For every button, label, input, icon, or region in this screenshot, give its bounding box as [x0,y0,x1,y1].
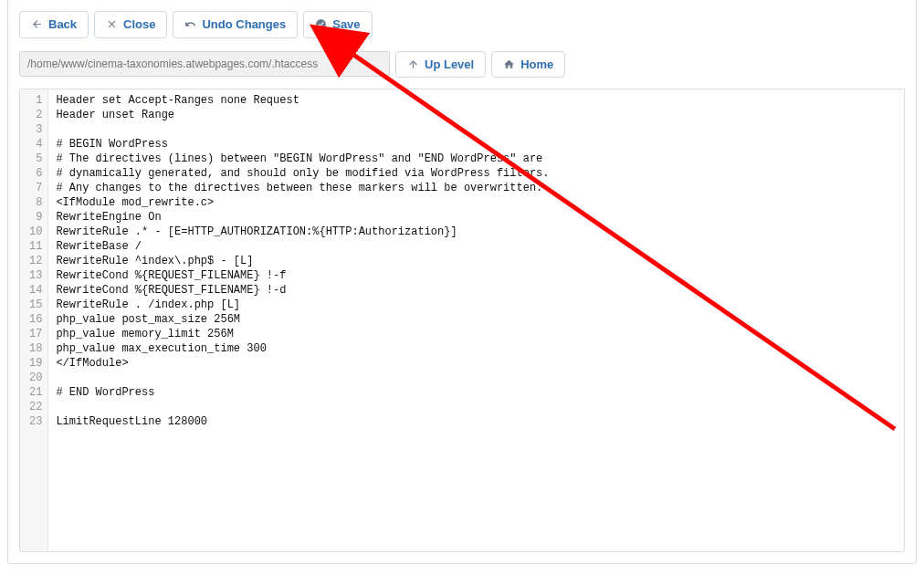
check-circle-icon [315,18,327,30]
home-icon [503,58,515,70]
back-label: Back [48,17,77,32]
toolbar: Back Close Undo Changes Save [8,0,916,46]
close-icon [106,18,118,30]
undo-changes-button[interactable]: Undo Changes [173,11,298,38]
code-content[interactable]: Header set Accept-Ranges none Request He… [48,89,904,551]
arrow-up-icon [407,58,419,70]
close-label: Close [123,17,155,32]
save-button[interactable]: Save [303,11,372,38]
panel: Back Close Undo Changes Save Up [7,0,917,564]
home-label: Home [520,58,553,72]
home-button[interactable]: Home [491,51,565,78]
up-level-button[interactable]: Up Level [395,51,486,78]
arrow-left-icon [31,18,43,30]
path-bar: Up Level Home [8,46,916,89]
filepath-input[interactable] [19,51,390,77]
back-button[interactable]: Back [19,11,89,38]
undo-icon [184,18,196,30]
svg-point-0 [316,19,326,29]
save-label: Save [332,17,360,32]
line-number-gutter: 1 2 3 4 5 6 7 8 9 10 11 12 13 14 15 16 1… [20,89,48,551]
close-button[interactable]: Close [94,11,167,38]
undo-label: Undo Changes [202,17,286,32]
code-editor[interactable]: 1 2 3 4 5 6 7 8 9 10 11 12 13 14 15 16 1… [19,89,905,552]
up-level-label: Up Level [425,58,474,72]
